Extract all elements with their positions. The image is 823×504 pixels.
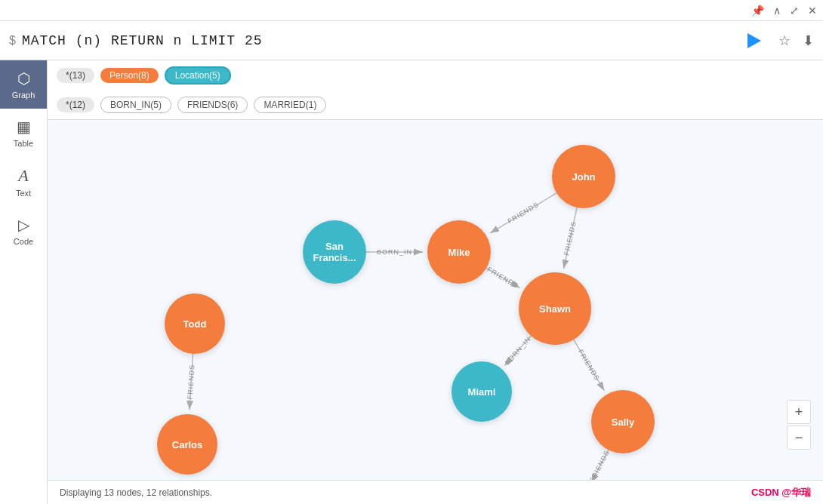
text-label: Text (16, 189, 31, 198)
node-mike[interactable]: Mike (427, 220, 491, 284)
play-icon (747, 33, 761, 48)
sidebar-item-code[interactable]: ▷ Code (0, 207, 47, 255)
code-label: Code (14, 237, 33, 246)
svg-line-7 (190, 354, 193, 410)
filter-location[interactable]: Location(5) (165, 66, 231, 85)
close-icon[interactable]: ✕ (808, 5, 817, 17)
table-label: Table (14, 139, 33, 148)
run-button[interactable] (742, 29, 766, 53)
favorite-button[interactable]: ☆ (778, 32, 791, 49)
node-todd[interactable]: Todd (165, 293, 225, 354)
svg-line-2 (486, 268, 519, 287)
window-controls: 📌 ∧ ⤢ ✕ (751, 5, 817, 17)
filter-bar: *(13) Person(8) Location(5) *(12) BORN_I… (48, 60, 823, 120)
text-icon: A (18, 166, 28, 186)
filter-person[interactable]: Person(8) (100, 68, 159, 83)
edge-label-e3: BORN_IN (377, 248, 412, 256)
sidebar: ⬡ Graph ▦ Table A Text ▷ Code (0, 60, 48, 504)
watermark: CSDN @华瑞 (751, 486, 811, 499)
svg-line-5 (504, 336, 531, 365)
svg-line-6 (574, 340, 605, 391)
node-miami[interactable]: Miami (452, 361, 512, 422)
table-icon: ▦ (17, 118, 31, 136)
zoom-out-button[interactable]: − (787, 426, 811, 450)
edge-label-e5: BORN_IN (504, 335, 533, 367)
edge-label-e4: FRIENDS (563, 220, 578, 257)
status-bar: Displaying 13 nodes, 12 relationships. C… (48, 480, 823, 504)
query-text: MATCH (n) RETURN n LIMIT 25 (22, 33, 742, 48)
status-text: Displaying 13 nodes, 12 relationships. (60, 487, 212, 498)
svg-line-8 (591, 450, 609, 480)
maximize-icon[interactable]: ⤢ (790, 5, 799, 17)
edge-label-e6: FRIENDS (577, 348, 602, 382)
edge-label-e2: FRIENDS (486, 266, 520, 290)
graph-canvas[interactable]: JohnMikeSan Francis...ShawnToddMiamiCarl… (48, 120, 823, 480)
main-layout: ⬡ Graph ▦ Table A Text ▷ Code *(13) Pers… (0, 60, 823, 504)
node-john[interactable]: John (552, 145, 615, 208)
filter-born-in[interactable]: BORN_IN(5) (100, 97, 171, 113)
svg-line-4 (563, 207, 577, 269)
dollar-sign: $ (9, 34, 16, 48)
zoom-controls: +− (787, 400, 811, 450)
svg-line-1 (490, 193, 556, 233)
graph-icon: ⬡ (17, 69, 30, 88)
filter-married[interactable]: MARRIED(1) (254, 97, 326, 113)
edge-label-e7: FRIENDS (186, 364, 196, 399)
node-sf[interactable]: San Francis... (303, 220, 366, 284)
query-actions: ☆ ⬇ (742, 29, 814, 53)
sidebar-item-text[interactable]: A Text (0, 157, 47, 207)
sidebar-item-graph[interactable]: ⬡ Graph (0, 60, 47, 109)
download-button[interactable]: ⬇ (803, 32, 814, 49)
pin-icon[interactable]: 📌 (751, 5, 764, 17)
sidebar-item-table[interactable]: ▦ Table (0, 109, 47, 157)
filter-all-nodes[interactable]: *(13) (57, 68, 94, 83)
graph-label: Graph (12, 91, 35, 100)
minimize-icon[interactable]: ∧ (773, 5, 781, 17)
title-bar: 📌 ∧ ⤢ ✕ (0, 0, 823, 21)
filter-friends[interactable]: FRIENDS(6) (177, 97, 248, 113)
code-icon: ▷ (18, 216, 29, 234)
filter-row-nodes: *(13) Person(8) Location(5) (57, 66, 231, 85)
node-carlos[interactable]: Carlos (157, 414, 217, 475)
filter-all-rels[interactable]: *(12) (57, 97, 94, 112)
content-area: *(13) Person(8) Location(5) *(12) BORN_I… (48, 60, 823, 504)
query-bar: $ MATCH (n) RETURN n LIMIT 25 ☆ ⬇ (0, 21, 823, 60)
edge-label-e1: FRIENDS (507, 201, 541, 226)
node-shawn[interactable]: Shawn (519, 272, 591, 345)
node-sally[interactable]: Sally (591, 390, 655, 453)
zoom-in-button[interactable]: + (787, 400, 811, 424)
edge-label-e8: FRIENDS (588, 449, 611, 480)
filter-row-rels: *(12) BORN_IN(5) FRIENDS(6) MARRIED(1) (57, 97, 326, 113)
